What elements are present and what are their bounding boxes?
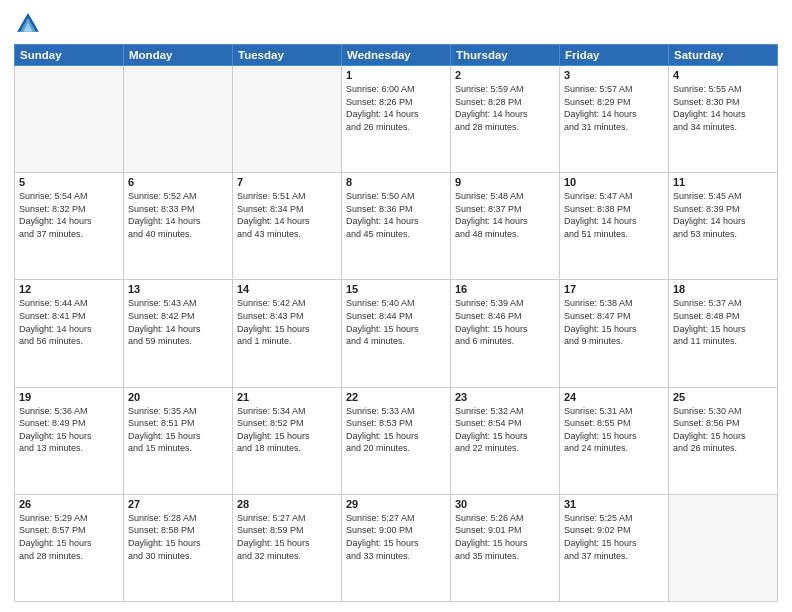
day-number: 4 bbox=[673, 69, 773, 81]
calendar-cell: 20Sunrise: 5:35 AM Sunset: 8:51 PM Dayli… bbox=[124, 387, 233, 494]
day-number: 29 bbox=[346, 498, 446, 510]
calendar-cell: 8Sunrise: 5:50 AM Sunset: 8:36 PM Daylig… bbox=[342, 173, 451, 280]
day-number: 30 bbox=[455, 498, 555, 510]
calendar-cell: 22Sunrise: 5:33 AM Sunset: 8:53 PM Dayli… bbox=[342, 387, 451, 494]
calendar-week-row: 26Sunrise: 5:29 AM Sunset: 8:57 PM Dayli… bbox=[15, 494, 778, 601]
calendar-cell: 24Sunrise: 5:31 AM Sunset: 8:55 PM Dayli… bbox=[560, 387, 669, 494]
day-number: 25 bbox=[673, 391, 773, 403]
calendar-cell: 25Sunrise: 5:30 AM Sunset: 8:56 PM Dayli… bbox=[669, 387, 778, 494]
calendar-cell: 16Sunrise: 5:39 AM Sunset: 8:46 PM Dayli… bbox=[451, 280, 560, 387]
day-info: Sunrise: 5:51 AM Sunset: 8:34 PM Dayligh… bbox=[237, 190, 337, 240]
calendar-header-sunday: Sunday bbox=[15, 45, 124, 66]
day-info: Sunrise: 5:25 AM Sunset: 9:02 PM Dayligh… bbox=[564, 512, 664, 562]
day-number: 31 bbox=[564, 498, 664, 510]
day-info: Sunrise: 5:54 AM Sunset: 8:32 PM Dayligh… bbox=[19, 190, 119, 240]
day-info: Sunrise: 5:36 AM Sunset: 8:49 PM Dayligh… bbox=[19, 405, 119, 455]
calendar-header-tuesday: Tuesday bbox=[233, 45, 342, 66]
calendar-cell: 11Sunrise: 5:45 AM Sunset: 8:39 PM Dayli… bbox=[669, 173, 778, 280]
calendar-table: SundayMondayTuesdayWednesdayThursdayFrid… bbox=[14, 44, 778, 602]
calendar-cell: 10Sunrise: 5:47 AM Sunset: 8:38 PM Dayli… bbox=[560, 173, 669, 280]
calendar-cell: 15Sunrise: 5:40 AM Sunset: 8:44 PM Dayli… bbox=[342, 280, 451, 387]
day-info: Sunrise: 5:59 AM Sunset: 8:28 PM Dayligh… bbox=[455, 83, 555, 133]
calendar-cell: 21Sunrise: 5:34 AM Sunset: 8:52 PM Dayli… bbox=[233, 387, 342, 494]
day-info: Sunrise: 5:44 AM Sunset: 8:41 PM Dayligh… bbox=[19, 297, 119, 347]
day-number: 18 bbox=[673, 283, 773, 295]
day-info: Sunrise: 5:34 AM Sunset: 8:52 PM Dayligh… bbox=[237, 405, 337, 455]
calendar-header-friday: Friday bbox=[560, 45, 669, 66]
day-info: Sunrise: 5:55 AM Sunset: 8:30 PM Dayligh… bbox=[673, 83, 773, 133]
calendar-cell: 5Sunrise: 5:54 AM Sunset: 8:32 PM Daylig… bbox=[15, 173, 124, 280]
day-number: 2 bbox=[455, 69, 555, 81]
day-number: 24 bbox=[564, 391, 664, 403]
calendar-cell: 19Sunrise: 5:36 AM Sunset: 8:49 PM Dayli… bbox=[15, 387, 124, 494]
calendar-header-wednesday: Wednesday bbox=[342, 45, 451, 66]
day-info: Sunrise: 5:45 AM Sunset: 8:39 PM Dayligh… bbox=[673, 190, 773, 240]
day-number: 19 bbox=[19, 391, 119, 403]
day-info: Sunrise: 5:28 AM Sunset: 8:58 PM Dayligh… bbox=[128, 512, 228, 562]
day-info: Sunrise: 5:47 AM Sunset: 8:38 PM Dayligh… bbox=[564, 190, 664, 240]
day-info: Sunrise: 6:00 AM Sunset: 8:26 PM Dayligh… bbox=[346, 83, 446, 133]
day-number: 11 bbox=[673, 176, 773, 188]
calendar-week-row: 19Sunrise: 5:36 AM Sunset: 8:49 PM Dayli… bbox=[15, 387, 778, 494]
calendar-cell: 13Sunrise: 5:43 AM Sunset: 8:42 PM Dayli… bbox=[124, 280, 233, 387]
calendar-cell: 31Sunrise: 5:25 AM Sunset: 9:02 PM Dayli… bbox=[560, 494, 669, 601]
day-info: Sunrise: 5:39 AM Sunset: 8:46 PM Dayligh… bbox=[455, 297, 555, 347]
calendar-header-monday: Monday bbox=[124, 45, 233, 66]
day-number: 21 bbox=[237, 391, 337, 403]
day-number: 27 bbox=[128, 498, 228, 510]
day-info: Sunrise: 5:50 AM Sunset: 8:36 PM Dayligh… bbox=[346, 190, 446, 240]
day-number: 1 bbox=[346, 69, 446, 81]
calendar-cell: 17Sunrise: 5:38 AM Sunset: 8:47 PM Dayli… bbox=[560, 280, 669, 387]
day-info: Sunrise: 5:27 AM Sunset: 9:00 PM Dayligh… bbox=[346, 512, 446, 562]
day-number: 26 bbox=[19, 498, 119, 510]
logo-icon bbox=[14, 10, 42, 38]
day-info: Sunrise: 5:48 AM Sunset: 8:37 PM Dayligh… bbox=[455, 190, 555, 240]
calendar-cell: 6Sunrise: 5:52 AM Sunset: 8:33 PM Daylig… bbox=[124, 173, 233, 280]
calendar-cell: 9Sunrise: 5:48 AM Sunset: 8:37 PM Daylig… bbox=[451, 173, 560, 280]
day-number: 3 bbox=[564, 69, 664, 81]
calendar-cell: 18Sunrise: 5:37 AM Sunset: 8:48 PM Dayli… bbox=[669, 280, 778, 387]
calendar-cell bbox=[669, 494, 778, 601]
calendar-cell: 29Sunrise: 5:27 AM Sunset: 9:00 PM Dayli… bbox=[342, 494, 451, 601]
calendar-cell: 26Sunrise: 5:29 AM Sunset: 8:57 PM Dayli… bbox=[15, 494, 124, 601]
calendar-week-row: 1Sunrise: 6:00 AM Sunset: 8:26 PM Daylig… bbox=[15, 66, 778, 173]
calendar-week-row: 5Sunrise: 5:54 AM Sunset: 8:32 PM Daylig… bbox=[15, 173, 778, 280]
calendar-header-thursday: Thursday bbox=[451, 45, 560, 66]
day-number: 16 bbox=[455, 283, 555, 295]
calendar-cell bbox=[233, 66, 342, 173]
calendar-cell: 14Sunrise: 5:42 AM Sunset: 8:43 PM Dayli… bbox=[233, 280, 342, 387]
day-info: Sunrise: 5:30 AM Sunset: 8:56 PM Dayligh… bbox=[673, 405, 773, 455]
day-info: Sunrise: 5:33 AM Sunset: 8:53 PM Dayligh… bbox=[346, 405, 446, 455]
day-info: Sunrise: 5:37 AM Sunset: 8:48 PM Dayligh… bbox=[673, 297, 773, 347]
day-info: Sunrise: 5:35 AM Sunset: 8:51 PM Dayligh… bbox=[128, 405, 228, 455]
day-number: 5 bbox=[19, 176, 119, 188]
day-info: Sunrise: 5:29 AM Sunset: 8:57 PM Dayligh… bbox=[19, 512, 119, 562]
calendar-header-saturday: Saturday bbox=[669, 45, 778, 66]
day-info: Sunrise: 5:38 AM Sunset: 8:47 PM Dayligh… bbox=[564, 297, 664, 347]
calendar-week-row: 12Sunrise: 5:44 AM Sunset: 8:41 PM Dayli… bbox=[15, 280, 778, 387]
day-number: 7 bbox=[237, 176, 337, 188]
calendar-cell: 3Sunrise: 5:57 AM Sunset: 8:29 PM Daylig… bbox=[560, 66, 669, 173]
day-info: Sunrise: 5:52 AM Sunset: 8:33 PM Dayligh… bbox=[128, 190, 228, 240]
day-info: Sunrise: 5:40 AM Sunset: 8:44 PM Dayligh… bbox=[346, 297, 446, 347]
day-info: Sunrise: 5:31 AM Sunset: 8:55 PM Dayligh… bbox=[564, 405, 664, 455]
day-info: Sunrise: 5:42 AM Sunset: 8:43 PM Dayligh… bbox=[237, 297, 337, 347]
calendar-cell: 27Sunrise: 5:28 AM Sunset: 8:58 PM Dayli… bbox=[124, 494, 233, 601]
day-number: 15 bbox=[346, 283, 446, 295]
day-number: 6 bbox=[128, 176, 228, 188]
day-number: 10 bbox=[564, 176, 664, 188]
calendar-cell: 23Sunrise: 5:32 AM Sunset: 8:54 PM Dayli… bbox=[451, 387, 560, 494]
day-info: Sunrise: 5:57 AM Sunset: 8:29 PM Dayligh… bbox=[564, 83, 664, 133]
day-number: 8 bbox=[346, 176, 446, 188]
calendar-cell bbox=[15, 66, 124, 173]
day-number: 28 bbox=[237, 498, 337, 510]
day-number: 13 bbox=[128, 283, 228, 295]
day-info: Sunrise: 5:43 AM Sunset: 8:42 PM Dayligh… bbox=[128, 297, 228, 347]
day-number: 17 bbox=[564, 283, 664, 295]
day-number: 12 bbox=[19, 283, 119, 295]
calendar-cell bbox=[124, 66, 233, 173]
day-number: 9 bbox=[455, 176, 555, 188]
calendar-cell: 7Sunrise: 5:51 AM Sunset: 8:34 PM Daylig… bbox=[233, 173, 342, 280]
calendar-cell: 12Sunrise: 5:44 AM Sunset: 8:41 PM Dayli… bbox=[15, 280, 124, 387]
page: SundayMondayTuesdayWednesdayThursdayFrid… bbox=[0, 0, 792, 612]
